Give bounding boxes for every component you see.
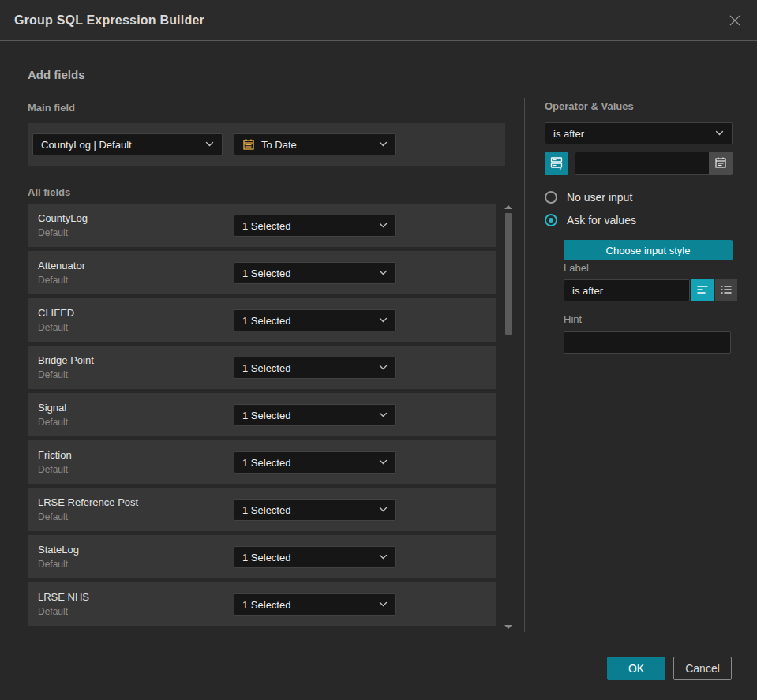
chevron-down-icon bbox=[379, 507, 388, 513]
hint-input[interactable] bbox=[564, 331, 731, 354]
chevron-down-icon bbox=[379, 412, 388, 418]
field-selected-dropdown[interactable]: 1 Selected bbox=[234, 546, 396, 568]
radio-ask-for-values[interactable]: Ask for values bbox=[545, 214, 636, 226]
field-selected-dropdown[interactable]: 1 Selected bbox=[234, 404, 396, 426]
radio-no-user-input[interactable]: No user input bbox=[545, 191, 632, 204]
cancel-button[interactable]: Cancel bbox=[673, 657, 732, 680]
chevron-down-icon bbox=[379, 270, 388, 276]
field-selected-dropdown[interactable]: 1 Selected bbox=[234, 262, 396, 284]
field-subtitle: Default bbox=[38, 227, 88, 238]
field-selected-value: 1 Selected bbox=[242, 552, 290, 563]
label-input-row bbox=[564, 279, 737, 301]
field-subtitle: Default bbox=[38, 417, 68, 428]
main-field-select[interactable]: CountyLog | Default bbox=[32, 133, 223, 155]
field-subtitle: Default bbox=[38, 464, 72, 475]
list-scrollbar[interactable] bbox=[502, 202, 515, 632]
field-selected-value: 1 Selected bbox=[242, 599, 290, 611]
field-subtitle: Default bbox=[38, 511, 138, 522]
operator-values-title: Operator & Values bbox=[545, 100, 634, 112]
field-row-names: Attenuator Default bbox=[38, 260, 85, 286]
field-selected-value: 1 Selected bbox=[242, 362, 290, 374]
main-field-select-value: CountyLog | Default bbox=[41, 139, 132, 151]
scrollbar-thumb[interactable] bbox=[505, 213, 512, 335]
field-row: LRSE NHS Default 1 Selected bbox=[28, 582, 496, 626]
label-input[interactable] bbox=[564, 279, 690, 301]
field-subtitle: Default bbox=[38, 369, 94, 380]
field-selected-value: 1 Selected bbox=[242, 315, 290, 327]
chevron-down-icon bbox=[715, 130, 724, 137]
field-row-names: LRSE Reference Post Default bbox=[38, 496, 138, 522]
chevron-down-icon bbox=[379, 459, 388, 466]
field-selected-value: 1 Selected bbox=[242, 410, 290, 421]
unique-values-list-button[interactable] bbox=[545, 152, 568, 175]
date-picker-button[interactable] bbox=[709, 152, 733, 175]
group-sql-expression-builder-dialog: Group SQL Expression Builder Add fields … bbox=[0, 0, 757, 700]
scroll-down-icon[interactable] bbox=[504, 625, 512, 629]
chevron-down-icon bbox=[379, 554, 388, 560]
field-row: CLIFED Default 1 Selected bbox=[28, 298, 496, 342]
field-row-names: Signal Default bbox=[38, 402, 68, 428]
chevron-down-icon bbox=[379, 223, 388, 229]
field-name: Attenuator bbox=[38, 260, 85, 271]
field-row: Attenuator Default 1 Selected bbox=[28, 251, 496, 294]
field-row: LRSE Reference Post Default 1 Selected bbox=[28, 488, 496, 531]
field-row-names: StateLog Default bbox=[38, 544, 79, 570]
chevron-down-icon bbox=[379, 317, 388, 324]
field-subtitle: Default bbox=[38, 606, 89, 617]
text-input-style-button[interactable] bbox=[691, 279, 714, 301]
main-field-date-select[interactable]: To Date bbox=[234, 133, 396, 155]
field-row-names: Friction Default bbox=[38, 449, 72, 475]
field-selected-value: 1 Selected bbox=[242, 220, 290, 232]
chevron-down-icon bbox=[205, 141, 214, 148]
dialog-titlebar: Group SQL Expression Builder bbox=[0, 0, 757, 41]
field-row: Signal Default 1 Selected bbox=[28, 393, 496, 436]
bulleted-list-icon bbox=[720, 284, 733, 298]
field-selected-dropdown[interactable]: 1 Selected bbox=[234, 357, 396, 379]
field-selected-dropdown[interactable]: 1 Selected bbox=[234, 309, 396, 331]
radio-ask-for-values-label: Ask for values bbox=[567, 214, 636, 226]
field-name: Friction bbox=[38, 449, 72, 461]
operator-select[interactable]: is after bbox=[545, 122, 733, 144]
main-field-panel: CountyLog | Default To Date bbox=[28, 123, 505, 166]
field-selected-dropdown[interactable]: 1 Selected bbox=[234, 593, 396, 616]
list-input-style-button[interactable] bbox=[715, 279, 737, 301]
all-fields-list: CountyLog Default 1 Selected Attenuator … bbox=[28, 204, 496, 630]
field-name: StateLog bbox=[38, 544, 79, 556]
field-row-names: CountyLog Default bbox=[38, 212, 88, 238]
field-name: Bridge Point bbox=[38, 354, 94, 366]
field-selected-dropdown[interactable]: 1 Selected bbox=[234, 215, 396, 237]
main-field-label: Main field bbox=[28, 102, 75, 114]
close-icon[interactable] bbox=[727, 13, 743, 28]
value-input[interactable] bbox=[575, 152, 709, 175]
field-selected-value: 1 Selected bbox=[242, 268, 290, 279]
calendar-icon bbox=[714, 156, 727, 171]
field-row: CountyLog Default 1 Selected bbox=[28, 204, 496, 247]
radio-selected-icon bbox=[545, 214, 557, 226]
choose-input-style-button[interactable]: Choose input style bbox=[564, 240, 733, 260]
field-subtitle: Default bbox=[38, 559, 79, 570]
field-row: Friction Default 1 Selected bbox=[28, 440, 496, 484]
field-selected-value: 1 Selected bbox=[242, 457, 290, 469]
scroll-up-icon[interactable] bbox=[504, 205, 512, 209]
all-fields-label: All fields bbox=[28, 186, 70, 198]
operator-select-value: is after bbox=[553, 128, 584, 140]
label-caption: Label bbox=[564, 262, 589, 274]
radio-no-user-input-label: No user input bbox=[567, 191, 632, 204]
calendar-icon bbox=[242, 138, 255, 151]
field-selected-dropdown[interactable]: 1 Selected bbox=[234, 499, 396, 521]
ok-button[interactable]: OK bbox=[607, 657, 665, 680]
field-name: Signal bbox=[38, 402, 68, 414]
chevron-down-icon bbox=[379, 365, 388, 371]
dialog-footer: OK Cancel bbox=[607, 657, 732, 680]
field-row: StateLog Default 1 Selected bbox=[28, 535, 496, 578]
field-name: LRSE NHS bbox=[38, 591, 89, 603]
field-subtitle: Default bbox=[38, 275, 85, 286]
hint-caption: Hint bbox=[564, 313, 582, 325]
value-input-row bbox=[545, 152, 733, 175]
field-row: Bridge Point Default 1 Selected bbox=[28, 346, 496, 389]
align-left-icon bbox=[696, 284, 709, 298]
radio-unselected-icon bbox=[545, 191, 557, 204]
field-selected-value: 1 Selected bbox=[242, 504, 290, 516]
field-selected-dropdown[interactable]: 1 Selected bbox=[234, 451, 396, 474]
field-subtitle: Default bbox=[38, 322, 74, 333]
